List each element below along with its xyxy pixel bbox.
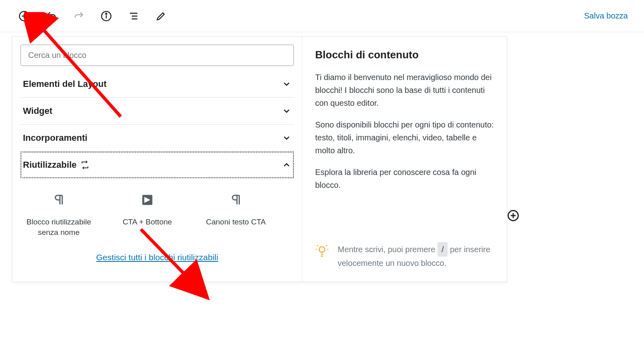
block-label: CTA + Bottone: [111, 217, 184, 227]
paragraph-icon: [22, 190, 95, 210]
block-navigation-button[interactable]: [126, 8, 142, 24]
inserter-left-column: Elementi del Layout Widget Incorporament…: [12, 37, 302, 282]
category-label: Widget: [23, 106, 52, 116]
list-icon: [128, 10, 139, 22]
editor-toolbar: Salva bozza: [0, 0, 644, 32]
chevron-down-icon: [282, 106, 291, 116]
pencil-icon: [155, 10, 167, 22]
info-title: Blocchi di contenuto: [315, 49, 494, 61]
reusable-icon: [80, 160, 89, 169]
reusable-block-cta-button[interactable]: CTA + Bottone: [109, 186, 186, 241]
svg-line-18: [326, 245, 327, 246]
reusable-block-unnamed[interactable]: Blocco riutilizzabile senza nome: [21, 186, 97, 241]
plus-circle-icon: [19, 10, 30, 22]
manage-reusable-blocks-link[interactable]: Gestisci tutti i blocchi riutilizzabili: [96, 253, 218, 262]
reusable-blocks-grid: Blocco riutilizzabile senza nome CTA + B…: [21, 178, 294, 245]
info-icon: [101, 10, 112, 22]
toolbar-left: [16, 8, 573, 24]
tip-text: Mentre scrivi, puoi premere / per inseri…: [338, 242, 494, 269]
save-draft-button[interactable]: Salva bozza: [584, 11, 628, 21]
slash-tip: Mentre scrivi, puoi premere / per inseri…: [315, 230, 494, 269]
category-layout-elements[interactable]: Elementi del Layout: [21, 71, 294, 98]
plus-circle-icon: [507, 210, 519, 222]
svg-point-11: [319, 247, 325, 252]
inserter-info-column: Blocchi di contenuto Ti diamo il benvenu…: [302, 37, 507, 282]
tip-text-pre: Mentre scrivi, puoi premere: [338, 245, 438, 254]
content-info-button[interactable]: [98, 8, 114, 24]
chevron-down-icon: [282, 133, 291, 143]
manage-reusable-wrap: Gestisci tutti i blocchi riutilizzabili: [21, 245, 294, 274]
info-paragraph-1: Ti diamo il benvenuto nel meraviglioso m…: [315, 71, 494, 109]
block-label: Blocco riutilizzabile senza nome: [22, 217, 95, 237]
category-widget[interactable]: Widget: [21, 98, 294, 125]
redo-button[interactable]: [71, 8, 87, 24]
block-inserter-panel: Elementi del Layout Widget Incorporament…: [12, 36, 507, 282]
category-label: Incorporamenti: [23, 133, 87, 143]
slash-key: /: [438, 242, 448, 257]
svg-point-5: [106, 13, 107, 14]
info-paragraph-2: Sono disponibili blocchi per ogni tipo d…: [315, 118, 494, 157]
add-block-button[interactable]: [16, 8, 32, 24]
paragraph-icon: [199, 190, 272, 210]
svg-line-17: [317, 245, 318, 246]
inline-inserter-button[interactable]: [505, 208, 521, 224]
category-embeds[interactable]: Incorporamenti: [21, 125, 294, 152]
category-label: Riutilizzabile: [23, 160, 89, 170]
info-paragraph-3: Esplora la libreria per conoscere cosa f…: [315, 166, 494, 191]
chevron-down-icon: [282, 79, 291, 89]
undo-icon: [46, 10, 57, 22]
reusable-block-canoni-testo-cta[interactable]: Canoni testo CTA: [198, 186, 274, 241]
block-search-input[interactable]: [21, 45, 294, 66]
block-label: Canoni testo CTA: [199, 217, 272, 227]
redo-icon: [73, 10, 85, 22]
lightbulb-icon: [315, 244, 329, 259]
edit-mode-button[interactable]: [153, 8, 169, 24]
undo-button[interactable]: [43, 8, 60, 24]
category-reusable[interactable]: Riutilizzabile: [21, 152, 294, 178]
category-label: Elementi del Layout: [23, 79, 107, 89]
category-label-text: Riutilizzabile: [23, 160, 76, 170]
block-default-icon: [111, 190, 184, 210]
chevron-up-icon: [282, 160, 291, 170]
